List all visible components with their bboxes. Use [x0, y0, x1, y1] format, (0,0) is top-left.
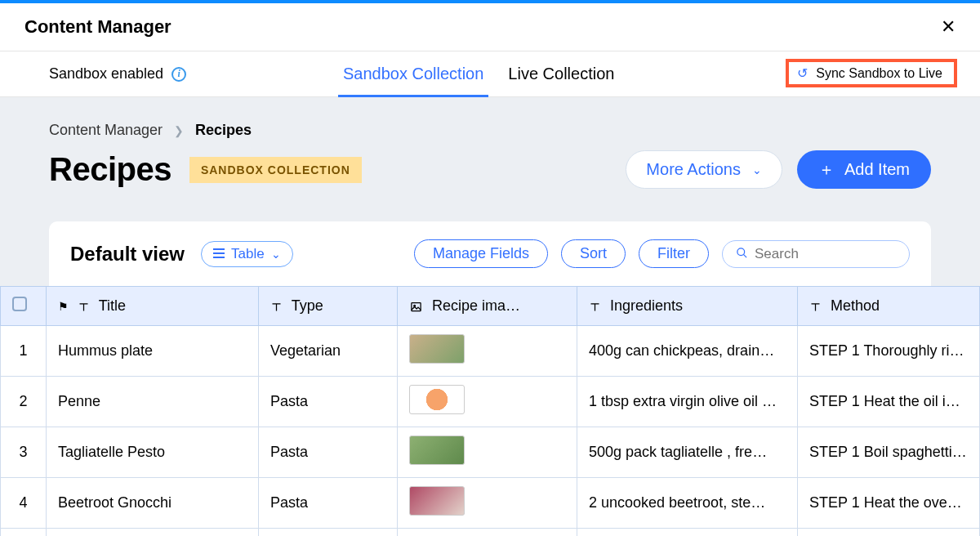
column-method[interactable]: Method [798, 287, 980, 326]
recipe-thumbnail [409, 486, 465, 516]
page-title: Recipes [49, 151, 172, 188]
cell-image[interactable] [398, 478, 577, 529]
text-type-icon [78, 301, 90, 313]
cell-ingredients[interactable]: 1 tbsp olive oil 4 rashers s… [577, 529, 798, 537]
cell-title[interactable]: Spaghetti Bolognese [47, 529, 259, 537]
cell-title[interactable]: Tagliatelle Pesto [47, 427, 259, 478]
cell-method[interactable]: STEP 1 Boil spaghetti in a [798, 427, 980, 478]
add-item-label: Add Item [844, 160, 910, 179]
cell-title[interactable]: Beetroot Gnocchi [47, 478, 259, 529]
cell-method[interactable]: STEP 1 Thoroughly rinse [798, 326, 980, 377]
filter-button[interactable]: Filter [639, 239, 709, 268]
cell-ingredients[interactable]: 1 tbsp extra virgin olive oil … [577, 377, 798, 427]
svg-rect-2 [412, 302, 421, 310]
cell-type[interactable]: Pasta [259, 377, 398, 427]
row-number: 5 [1, 529, 47, 537]
svg-point-0 [737, 248, 745, 255]
sandbox-status-label: Sandbox enabled [49, 65, 163, 83]
column-type[interactable]: Type [259, 287, 398, 326]
column-title[interactable]: ⚑ Title [47, 287, 259, 326]
view-type-label: Table [231, 246, 265, 262]
breadcrumb: Content Manager ❯ Recipes [49, 122, 931, 139]
sandbox-badge: SANDBOX COLLECTION [189, 157, 362, 183]
flag-icon: ⚑ [58, 300, 69, 313]
column-image[interactable]: Recipe ima… [398, 287, 577, 326]
search-field[interactable] [722, 240, 910, 268]
svg-line-1 [743, 254, 746, 257]
tab-live-collection[interactable]: Live Collection [508, 51, 614, 96]
cell-ingredients[interactable]: 2 uncooked beetroot, ste… [577, 478, 798, 529]
sort-button[interactable]: Sort [561, 239, 626, 268]
cell-title[interactable]: Hummus plate [47, 326, 259, 377]
text-type-icon [589, 301, 601, 313]
plus-icon: ＋ [818, 159, 835, 181]
table-row[interactable]: 3 Tagliatelle Pesto Pasta 500g pack tagl… [1, 427, 980, 478]
view-type-select[interactable]: Table ⌄ [201, 241, 293, 267]
cell-ingredients[interactable]: 400g can chickpeas, drain… [577, 326, 798, 377]
cell-image[interactable] [398, 529, 577, 537]
recipe-thumbnail [409, 436, 465, 465]
close-icon[interactable]: ✕ [941, 16, 956, 38]
row-number: 1 [1, 326, 47, 377]
cell-method[interactable]: STEP 1 Put a large sauce [798, 529, 980, 537]
row-number: 3 [1, 427, 47, 478]
cell-method[interactable]: STEP 1 Heat the oven to [798, 478, 980, 529]
text-type-icon [270, 301, 283, 313]
cell-image[interactable] [398, 377, 577, 427]
cell-type[interactable]: Pasta [259, 427, 398, 478]
table-row[interactable]: 4 Beetroot Gnocchi Pasta 2 uncooked beet… [1, 478, 980, 529]
text-type-icon [809, 301, 822, 313]
more-actions-label: More Actions [646, 160, 741, 179]
cell-method[interactable]: STEP 1 Heat the oil in a f [798, 377, 980, 427]
app-title: Content Manager [24, 16, 172, 38]
sync-label: Sync Sandbox to Live [816, 66, 942, 81]
column-ingredients[interactable]: Ingredients [577, 287, 798, 326]
cell-type[interactable]: Vegetarian [259, 326, 398, 377]
row-number: 2 [1, 377, 47, 427]
view-name: Default view [70, 243, 185, 266]
tab-sandbox-collection[interactable]: Sandbox Collection [343, 51, 483, 96]
search-input[interactable] [755, 246, 896, 262]
data-table: ⚑ Title Type Recipe ima… Ingredients Met… [0, 286, 980, 536]
table-row[interactable]: 2 Penne Pasta 1 tbsp extra virgin olive … [1, 377, 980, 427]
cell-type[interactable]: Pasta [259, 478, 398, 529]
table-row[interactable]: 5 Spaghetti Bolognese Pasta 1 tbsp olive… [1, 529, 980, 537]
info-icon[interactable]: i [172, 67, 186, 82]
sync-sandbox-button[interactable]: ↺ Sync Sandbox to Live [786, 59, 957, 87]
search-icon [736, 247, 748, 261]
image-type-icon [409, 301, 423, 313]
add-item-button[interactable]: ＋ Add Item [797, 150, 931, 189]
more-actions-button[interactable]: More Actions ⌄ [626, 150, 782, 189]
table-icon [213, 248, 225, 260]
chevron-down-icon: ⌄ [271, 248, 281, 261]
recipe-thumbnail [409, 385, 465, 414]
select-all-header[interactable] [1, 287, 47, 326]
cell-type[interactable]: Pasta [259, 529, 398, 537]
cell-image[interactable] [398, 326, 577, 377]
table-row[interactable]: 1 Hummus plate Vegetarian 400g can chick… [1, 326, 980, 377]
recipe-thumbnail [409, 334, 465, 364]
breadcrumb-root[interactable]: Content Manager [49, 122, 163, 139]
manage-fields-button[interactable]: Manage Fields [414, 239, 548, 268]
cell-title[interactable]: Penne [47, 377, 259, 427]
checkbox-icon[interactable] [12, 297, 27, 311]
cell-image[interactable] [398, 427, 577, 478]
breadcrumb-leaf: Recipes [195, 122, 252, 139]
sync-icon: ↺ [797, 65, 808, 81]
chevron-down-icon: ⌄ [752, 163, 762, 176]
chevron-right-icon: ❯ [174, 124, 184, 137]
row-number: 4 [1, 478, 47, 529]
cell-ingredients[interactable]: 500g pack tagliatelle , fre… [577, 427, 798, 478]
